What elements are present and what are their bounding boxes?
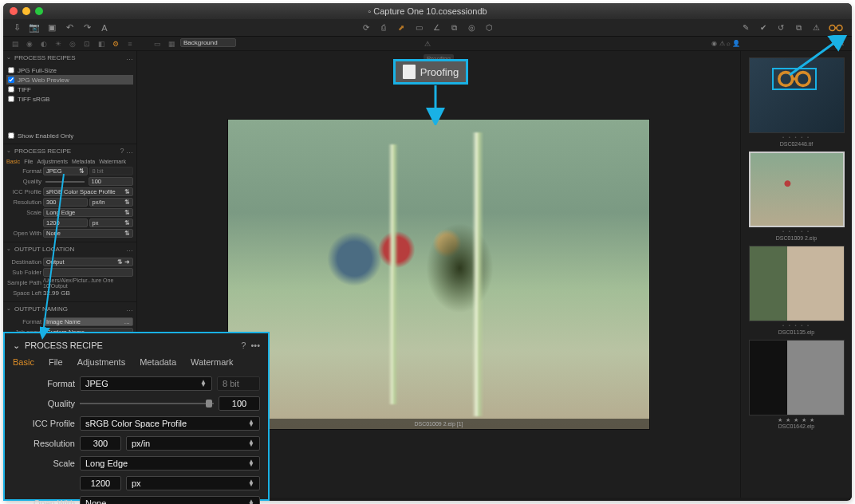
quality-value[interactable]: 100 (89, 177, 134, 186)
titlebar: ◦ Capture One 10.cosessiondb (3, 3, 852, 19)
caret-down-icon[interactable]: ⌄ (13, 341, 20, 351)
copy-icon[interactable]: ⧉ (793, 22, 804, 33)
mask-icon[interactable]: ⬡ (483, 22, 494, 33)
process-recipes-title: PROCESS RECIPES (14, 54, 75, 61)
import-icon[interactable]: ⇩ (11, 22, 22, 33)
tab-batch-icon[interactable]: ≡ (124, 38, 136, 49)
quality-label: Quality (6, 178, 41, 185)
tab-watermark[interactable]: Watermark (191, 357, 233, 367)
tool-tab-bar: ▤ ◉ ◐ ☀ ◎ ⊡ ◧ ⚙ ≡ ▭ ▦ Background ⚠ Fit ◉… (3, 37, 852, 51)
view-multi-icon[interactable]: ▦ (166, 38, 177, 49)
scale-value[interactable]: 1200 (80, 476, 121, 490)
recipe-item[interactable]: JPG Full-Size (6, 65, 133, 75)
tab-adjustments[interactable]: Adjustments (77, 357, 126, 367)
recipe-label: TIFF sRGB (18, 96, 49, 103)
process-recipe-header[interactable]: ⌄ PROCESS RECIPE ? … (3, 144, 136, 157)
svg-line-6 (43, 174, 64, 333)
recipe-check[interactable] (8, 77, 14, 83)
process-recipes-header[interactable]: ⌄ PROCESS RECIPES … (3, 51, 136, 64)
caret-down-icon: ⌄ (6, 54, 11, 61)
edit-icon[interactable]: ✎ (740, 22, 751, 33)
tab-basic[interactable]: Basic (6, 159, 20, 164)
keystone-icon[interactable]: ⧉ (448, 22, 459, 33)
warning-center-icon[interactable]: ⚠ (422, 38, 433, 49)
tab-basic[interactable]: Basic (13, 357, 34, 367)
svg-point-0 (829, 25, 835, 30)
reset-icon[interactable]: ↺ (775, 22, 786, 33)
rotate-icon[interactable]: ⟳ (361, 22, 372, 33)
quality-slider[interactable] (80, 396, 214, 411)
viewer-image[interactable]: /2.8 35 mm DSC01009 2.eip [1] (227, 119, 650, 430)
res-label: Resolution (6, 199, 41, 206)
warning-icon[interactable]: ⚠ (810, 22, 822, 33)
sub-label: Sub Folder (6, 269, 41, 276)
recipe-check[interactable] (8, 67, 14, 73)
thumbnail[interactable] (749, 152, 845, 227)
panel-menu-icon[interactable]: ? ••• (241, 341, 260, 350)
recipe-item[interactable]: JPG Web Preview (6, 75, 133, 85)
background-select[interactable]: Background (180, 38, 236, 47)
undo-icon[interactable]: ↶ (64, 22, 75, 33)
crop-tool-icon[interactable]: ▭ (413, 22, 424, 33)
scale-unit[interactable]: px▲▼ (126, 476, 260, 490)
quality-value[interactable]: 100 (219, 396, 260, 411)
callout-proofing: Proofing (393, 59, 468, 85)
show-enabled-check[interactable] (8, 132, 14, 139)
open-select[interactable]: None▲▼ (80, 496, 260, 504)
recipe-check[interactable] (8, 96, 14, 102)
res-label: Resolution (13, 439, 75, 448)
print-icon[interactable]: ⎙ (378, 22, 389, 33)
close-window-icon[interactable] (10, 7, 18, 15)
tab-metadata[interactable]: Metadata (140, 357, 176, 367)
res-unit[interactable]: px/in⇅ (89, 198, 134, 207)
recipe-item[interactable]: TIFF sRGB (6, 94, 133, 104)
tab-watermark[interactable]: Watermark (99, 159, 126, 164)
tab-metadata[interactable]: Metadata (72, 159, 95, 164)
spot-icon[interactable]: ◎ (466, 22, 477, 33)
svg-line-5 (790, 38, 841, 75)
tab-file[interactable]: File (24, 159, 33, 164)
pick-icon[interactable]: ✔ (758, 22, 769, 33)
minimize-window-icon[interactable] (22, 7, 30, 15)
catalog-icon[interactable]: ▣ (46, 22, 57, 33)
callout-label: Proofing (420, 66, 459, 78)
tab-exposure-icon[interactable]: ☀ (53, 38, 64, 49)
format-select[interactable]: JPEG▲▼ (80, 376, 212, 391)
rating-stars[interactable]: ★ ★ ★ ★ ★ (746, 417, 847, 423)
tab-file[interactable]: File (49, 357, 63, 367)
tab-details-icon[interactable]: ⊡ (81, 38, 93, 49)
res-value[interactable]: 300 (80, 436, 121, 451)
recipe-check[interactable] (8, 86, 14, 93)
proofing-toggle-icon[interactable] (828, 23, 844, 33)
tab-output-icon[interactable]: ⚙ (110, 38, 121, 49)
panel-menu-icon[interactable]: ? … (120, 147, 133, 155)
camera-icon[interactable]: 📷 (29, 22, 40, 33)
recipe-item[interactable]: TIFF (6, 85, 133, 94)
tab-color-icon[interactable]: ◐ (38, 38, 49, 49)
tab-capture-icon[interactable]: ◉ (24, 38, 35, 49)
thumbnail[interactable] (749, 246, 845, 321)
scale-select[interactable]: Long Edge▲▼ (80, 456, 260, 471)
view-single-icon[interactable]: ▭ (152, 38, 163, 49)
show-enabled-only[interactable]: Show Enabled Only (6, 131, 133, 140)
redo-icon[interactable]: ↷ (81, 22, 93, 33)
scale-label: Scale (13, 459, 75, 468)
open-label: Open With (13, 498, 75, 504)
recipe-label: JPG Full-Size (18, 67, 57, 74)
tab-adjustments[interactable]: Adjustments (37, 159, 68, 164)
main-toolbar: ⇩ 📷 ▣ ↶ ↷ A ⟳ ⎙ ⬈ ▭ ∠ ⧉ ◎ ⬡ ✎ ✔ ↺ ⧉ ⚠ (3, 19, 852, 37)
window-title: ◦ Capture One 10.cosessiondb (3, 6, 852, 16)
res-unit[interactable]: px/in▲▼ (126, 436, 260, 451)
thumbnail[interactable] (749, 340, 845, 415)
tab-lens-icon[interactable]: ◎ (67, 38, 78, 49)
tab-local-icon[interactable]: ◧ (96, 38, 107, 49)
cursor-tool-icon[interactable]: ⬈ (396, 22, 407, 33)
straighten-icon[interactable]: ∠ (431, 22, 442, 33)
arrow-diag-icon (785, 35, 849, 80)
panel-menu-icon[interactable]: … (126, 53, 133, 61)
zoom-window-icon[interactable] (35, 7, 43, 15)
icc-select[interactable]: sRGB Color Space Profile▲▼ (80, 416, 260, 431)
tab-library-icon[interactable]: ▤ (10, 38, 21, 49)
auto-icon[interactable]: A (99, 22, 110, 33)
scale-unit[interactable]: px⇅ (89, 219, 134, 227)
